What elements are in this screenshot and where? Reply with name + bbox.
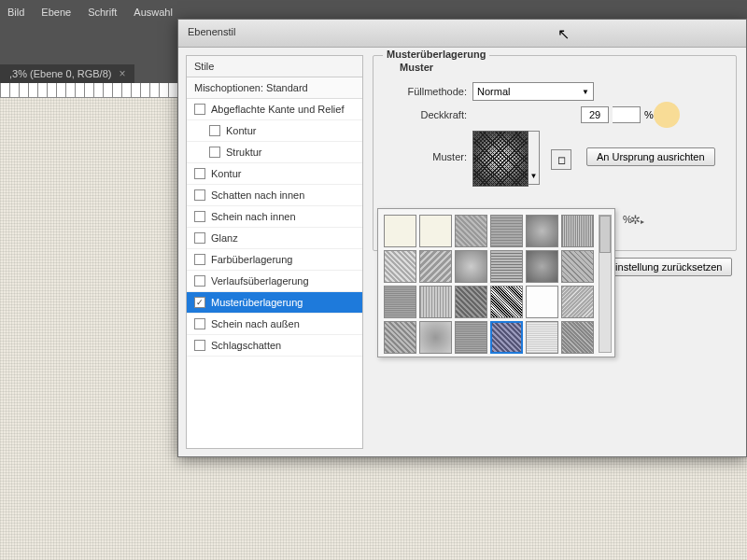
pattern-thumb[interactable] [561, 215, 594, 247]
checkbox[interactable] [194, 275, 205, 287]
effect-settings-panel: Musterüberlagerung Muster Füllmethode: N… [363, 48, 746, 456]
style-row-schein-nach-au-en[interactable]: Schein nach außen [187, 314, 362, 335]
ruler-horizontal [0, 83, 177, 98]
pattern-dropdown-arrow[interactable]: ▼ [529, 131, 540, 185]
pattern-thumb[interactable] [419, 286, 452, 318]
pattern-thumb[interactable] [455, 321, 487, 354]
pattern-thumb[interactable] [490, 286, 523, 318]
checkbox[interactable]: ✓ [194, 297, 205, 308]
pattern-thumb[interactable] [419, 215, 452, 247]
checkbox[interactable] [194, 340, 205, 351]
pattern-thumb[interactable] [384, 215, 416, 247]
scrollbar-thumb[interactable] [599, 216, 611, 253]
blend-mode-select[interactable]: Normal ▼ [472, 82, 594, 101]
pattern-thumb[interactable] [561, 250, 594, 283]
styles-list: Stile Mischoptionen: Standard Abgeflacht… [186, 55, 363, 449]
chevron-down-icon: ▼ [530, 172, 538, 180]
fieldset-sublegend: Muster [396, 62, 437, 73]
style-row-label: Schlagschatten [211, 340, 281, 351]
blend-options-row[interactable]: Mischoptionen: Standard [187, 77, 362, 99]
menu-item-schrift[interactable]: Schrift [88, 7, 117, 18]
pattern-thumb[interactable] [561, 286, 594, 318]
style-row-kontur[interactable]: Kontur [187, 163, 362, 185]
style-row-struktur[interactable]: Struktur [187, 142, 362, 163]
style-row-label: Struktur [226, 147, 262, 158]
style-row-label: Glanz [211, 232, 238, 244]
style-row-muster-berlagerung[interactable]: ✓Musterüberlagerung [187, 292, 362, 314]
style-row-schein-nach-innen[interactable]: Schein nach innen [187, 206, 362, 228]
pattern-thumb[interactable] [526, 215, 558, 247]
highlight-marker [654, 102, 680, 128]
page-icon: ◻ [557, 154, 566, 166]
style-row-label: Kontur [226, 125, 256, 136]
checkbox[interactable] [194, 104, 205, 115]
reset-button[interactable]: einstellung zurücksetzen [599, 258, 732, 276]
fieldset-legend: Musterüberlagerung [383, 49, 489, 60]
checkbox[interactable] [194, 211, 205, 222]
pattern-thumb[interactable] [490, 215, 523, 247]
menu-item-ebene[interactable]: Ebene [41, 7, 71, 18]
chevron-down-icon: ▼ [582, 88, 589, 96]
menu-item-auswahl[interactable]: Auswahl [134, 7, 173, 18]
blend-mode-row: Füllmethode: Normal ▼ [383, 82, 726, 101]
style-row-glanz[interactable]: Glanz [187, 228, 362, 249]
style-row-label: Musterüberlagerung [211, 297, 303, 308]
checkbox[interactable] [194, 189, 205, 201]
pattern-thumb[interactable] [561, 321, 594, 354]
pattern-picker-popup: ✲▸ [377, 208, 615, 357]
pattern-thumb[interactable] [384, 250, 416, 283]
blend-mode-value: Normal [477, 86, 510, 97]
checkbox[interactable] [194, 254, 205, 265]
pattern-thumb[interactable] [384, 321, 416, 354]
style-row-label: Schein nach außen [211, 318, 300, 329]
style-row-verlaufs-berlagerung[interactable]: Verlaufsüberlagerung [187, 271, 362, 292]
pattern-thumb[interactable] [526, 321, 558, 354]
style-row-abgeflachte-kante-und-relief[interactable]: Abgeflachte Kante und Relief [187, 99, 362, 120]
style-row-label: Schatten nach innen [211, 189, 304, 201]
pattern-thumb[interactable] [526, 286, 558, 318]
style-row-label: Abgeflachte Kante und Relief [211, 104, 345, 115]
layer-style-dialog: Ebenenstil Stile Mischoptionen: Standard… [177, 19, 747, 457]
blend-mode-label: Füllmethode: [383, 86, 467, 97]
pattern-thumb[interactable] [455, 286, 487, 318]
style-row-label: Schein nach innen [211, 211, 296, 222]
pattern-thumb[interactable] [455, 215, 487, 247]
pattern-thumb[interactable] [490, 250, 523, 283]
style-row-label: Verlaufsüberlagerung [211, 275, 309, 287]
pattern-thumb[interactable] [490, 321, 523, 354]
pattern-swatch[interactable] [472, 131, 529, 187]
pattern-thumb[interactable] [384, 286, 416, 318]
style-row-schatten-nach-innen[interactable]: Schatten nach innen [187, 185, 362, 206]
dialog-title: Ebenenstil [178, 20, 746, 48]
style-row-farb-berlagerung[interactable]: Farbüberlagerung [187, 249, 362, 271]
gear-icon[interactable]: ✲▸ [630, 213, 644, 227]
new-preset-button[interactable]: ◻ [551, 149, 571, 170]
checkbox[interactable] [209, 147, 220, 158]
opacity-slider-stub[interactable] [613, 106, 641, 123]
checkbox[interactable] [194, 318, 205, 329]
document-tab-label: ,3% (Ebene 0, RGB/8) [9, 68, 111, 79]
style-row-kontur[interactable]: Kontur [187, 120, 362, 142]
pattern-thumb[interactable] [419, 321, 452, 354]
pattern-row: Muster: ▼ ◻ An Ursprung ausrichten [383, 131, 726, 187]
pattern-grid [384, 215, 609, 354]
style-row-label: Farbüberlagerung [211, 254, 292, 265]
pattern-thumb[interactable] [526, 250, 558, 283]
checkbox[interactable] [209, 125, 220, 136]
opacity-input[interactable] [581, 106, 609, 123]
style-row-schlagschatten[interactable]: Schlagschatten [187, 335, 362, 357]
document-tab[interactable]: ,3% (Ebene 0, RGB/8) × [0, 64, 134, 83]
menu-item-bild[interactable]: Bild [7, 7, 24, 18]
percent-label: % [644, 109, 654, 120]
pattern-label: Muster: [383, 131, 467, 162]
opacity-label: Deckkraft: [383, 109, 467, 120]
styles-header: Stile [187, 56, 362, 77]
snap-origin-button[interactable]: An Ursprung ausrichten [586, 147, 715, 166]
close-icon[interactable]: × [119, 67, 125, 80]
style-row-label: Kontur [211, 168, 241, 179]
pattern-thumb[interactable] [455, 250, 487, 283]
checkbox[interactable] [194, 232, 205, 244]
picker-scrollbar[interactable] [599, 215, 612, 353]
pattern-thumb[interactable] [419, 250, 452, 283]
checkbox[interactable] [194, 168, 205, 179]
